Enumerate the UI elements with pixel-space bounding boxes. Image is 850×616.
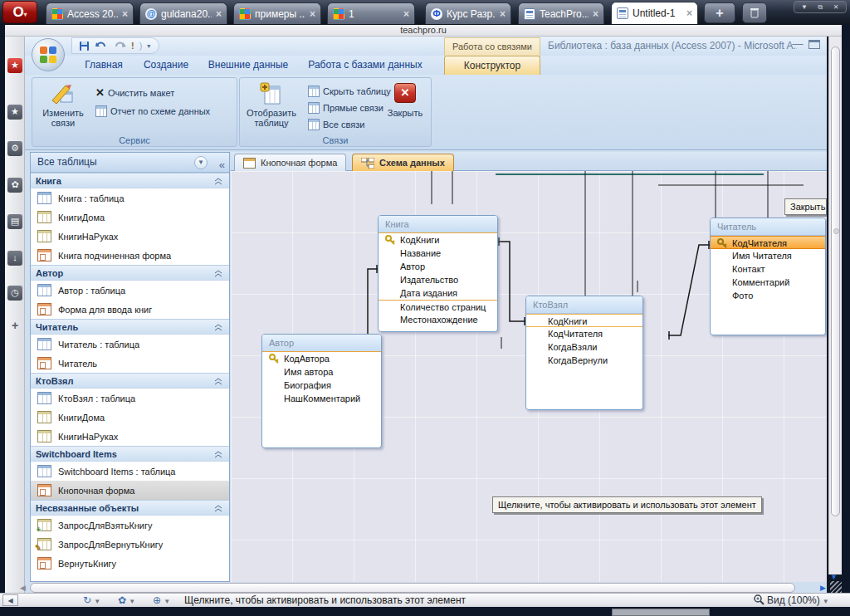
field-row[interactable]: Название [379, 247, 497, 260]
unite-button[interactable]: ✿ ▼ [118, 594, 135, 606]
relationship-report-button[interactable]: Отчет по схеме данных [95, 103, 210, 119]
field-row[interactable]: КодКниги [379, 233, 497, 247]
nav-item[interactable]: Книга : таблица [31, 188, 229, 208]
direct-relationships-button[interactable]: Прямые связи [308, 100, 383, 115]
history-icon[interactable]: ◷ [7, 286, 22, 301]
access-restore-icon[interactable] [808, 40, 820, 49]
nav-item-selected[interactable]: Кнопочная форма [31, 481, 229, 500]
nav-item[interactable]: Читатель [31, 354, 229, 373]
field-row[interactable]: КогдаВзяли [526, 340, 642, 354]
undo-icon[interactable] [95, 41, 108, 51]
add-panel-icon[interactable]: + [7, 319, 22, 334]
diagram-table-kniga[interactable]: Книга КодКниги Название Автор Издательст… [378, 215, 498, 332]
nav-group-header[interactable]: Автор [31, 265, 229, 281]
scrollbar-thumb[interactable] [831, 46, 840, 516]
field-row[interactable]: Имя Читателя [711, 249, 825, 262]
browser-tab[interactable]: Ф Курс Разр... × [425, 2, 511, 24]
all-relationships-button[interactable]: Все связи [308, 116, 364, 132]
nav-item[interactable]: Книга подчиненная форма [31, 246, 229, 265]
nav-item[interactable]: КтоВзял : таблица [31, 389, 229, 408]
redo-icon[interactable] [113, 41, 126, 51]
browser-tab[interactable]: Access 20... × [46, 2, 134, 24]
field-row[interactable]: Фото [711, 289, 825, 302]
browser-tab[interactable]: примеры ... × [233, 2, 321, 24]
access-minimize-icon[interactable]: — [789, 40, 807, 51]
field-row[interactable]: КодАвтора [262, 352, 381, 365]
close-relationships-button[interactable]: ✕ Закрыть [383, 81, 427, 134]
tab-close-icon[interactable]: × [310, 8, 315, 20]
nav-item[interactable]: Switchboard Items : таблица [31, 462, 229, 481]
nav-group-header[interactable]: Несвязанные объекты [31, 500, 229, 516]
nav-item[interactable]: ВернутьКнигу [31, 554, 229, 573]
scroll-down-icon[interactable]: ▼ [830, 573, 838, 581]
relationships-canvas[interactable]: Книга КодКниги Название Автор Издательст… [231, 171, 827, 582]
nav-item[interactable]: КнигиНаРуках [31, 427, 229, 446]
address-bar[interactable]: teachpro.ru [5, 25, 842, 37]
tab-external-data[interactable]: Внешние данные [203, 56, 294, 75]
nav-group-header[interactable]: Switchboard Items [31, 446, 229, 462]
field-row[interactable]: Имя автора [262, 365, 381, 379]
nav-group-header[interactable]: Читатель [31, 319, 229, 335]
unite-icon[interactable]: ✿ [7, 178, 22, 193]
bookmark-red-icon[interactable]: ★ [7, 58, 22, 73]
horizontal-scrollbar[interactable] [30, 583, 795, 593]
tab-create[interactable]: Создание [138, 56, 194, 75]
new-tab-button[interactable]: + [704, 2, 735, 23]
field-row[interactable]: Количество страниц [379, 300, 497, 313]
field-row[interactable]: Автор [379, 260, 497, 273]
field-row[interactable]: Местонахождение [379, 313, 497, 326]
closed-tabs-trash-icon[interactable] [742, 2, 767, 23]
tab-close-icon[interactable]: × [686, 7, 692, 19]
close-icon[interactable]: ✕ [828, 2, 843, 12]
browser-tab[interactable]: TeachPro.... × [518, 2, 604, 24]
nav-item[interactable]: КнигиНаРуках [31, 227, 229, 246]
browser-tab-active[interactable]: Untitled-1 × [611, 2, 698, 24]
edit-relationships-button[interactable]: Изменить связи [36, 81, 90, 134]
restore-icon[interactable]: ⧉ [813, 2, 828, 12]
tab-close-icon[interactable]: × [593, 8, 598, 20]
tab-design-active[interactable]: Конструктор [444, 56, 540, 75]
tab-close-icon[interactable]: × [403, 8, 409, 20]
hide-table-button[interactable]: Скрыть таблицу [308, 83, 391, 99]
browser-tab[interactable]: @ guldana20... × [139, 2, 227, 24]
diagram-table-ktovzyal[interactable]: КтоВзял КодКниги КодЧитателя КогдаВзяли … [525, 296, 643, 410]
nav-item[interactable]: ✎ЗапросДляВернутьКнигу [31, 535, 229, 554]
field-row[interactable]: КодКниги [526, 314, 642, 327]
bookmarks-icon[interactable]: ★ [7, 105, 22, 120]
notes-icon[interactable]: ▤ [7, 214, 22, 229]
office-button[interactable] [32, 38, 65, 71]
tab-close-icon[interactable]: × [216, 8, 222, 20]
field-row[interactable]: КодЧитателя [526, 327, 642, 340]
nav-group-header[interactable]: Книга [31, 173, 229, 188]
widgets-icon[interactable]: ⚙ [7, 141, 22, 156]
field-row[interactable]: Издательство [379, 273, 497, 286]
nav-item[interactable]: Читатель : таблица [31, 335, 229, 354]
scroll-left-icon[interactable]: ◀ [20, 584, 26, 592]
nav-collapse-icon[interactable]: « [219, 155, 225, 174]
exclamation-icon[interactable]: ! [131, 41, 134, 51]
field-row[interactable]: НашКомментарий [262, 392, 381, 405]
nav-item[interactable]: Форма для ввода книг [31, 300, 229, 319]
page-zoom-control[interactable]: Вид (100%) ▼ [754, 594, 829, 606]
diagram-table-avtor[interactable]: Автор КодАвтора Имя автора Биография Наш… [261, 334, 382, 448]
minimize-icon[interactable]: ▼ [797, 2, 812, 12]
nav-dropdown-icon[interactable]: ▼ [194, 156, 208, 169]
network-button[interactable]: ⊕ ▼ [153, 594, 170, 606]
doc-tab-relationships-active[interactable]: Схема данных [352, 154, 454, 171]
tab-close-icon[interactable]: × [500, 8, 506, 20]
qat-dropdown-icon[interactable]: ▾ [147, 42, 150, 50]
show-table-button[interactable]: Отобразить таблицу [242, 81, 301, 134]
downloads-icon[interactable]: ↓ [7, 251, 22, 266]
field-row[interactable]: Биография [262, 379, 381, 392]
panels-toggle-button[interactable]: ◀ [2, 594, 18, 606]
field-row[interactable]: Дата издания [379, 286, 497, 300]
nav-item[interactable]: КнигиДома [31, 208, 229, 227]
nav-item[interactable]: КнигиДома [31, 408, 229, 427]
sync-button[interactable]: ↻ ▼ [83, 594, 100, 606]
save-icon[interactable] [79, 41, 90, 51]
nav-group-header[interactable]: КтоВзял [31, 373, 229, 389]
clear-layout-button[interactable]: ✕ Очистить макет [95, 85, 174, 100]
tab-database-tools[interactable]: Работа с базами данных [299, 56, 432, 75]
nav-item[interactable]: Автор : таблица [31, 281, 229, 300]
tab-close-icon[interactable]: × [122, 8, 128, 20]
